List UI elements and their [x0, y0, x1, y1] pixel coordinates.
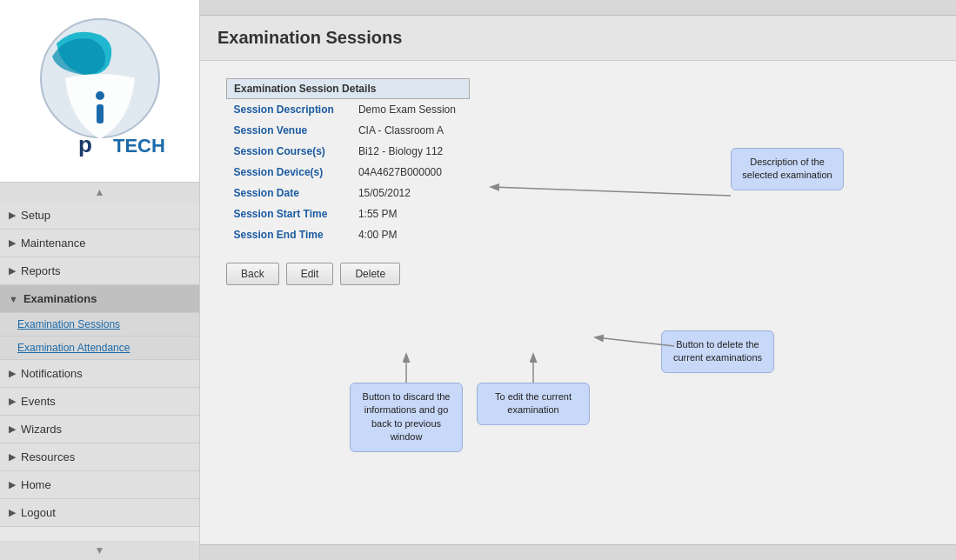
nav-list: ▶ Setup ▶ Maintenance ▶ Reports ▼ Examin… [0, 202, 199, 541]
sidebar-item-reports[interactable]: ▶ Reports [0, 257, 199, 285]
field-value: CIA - Classroom A [351, 120, 470, 141]
sidebar-item-wizards[interactable]: ▶ Wizards [0, 416, 199, 443]
sidebar-item-setup[interactable]: ▶ Setup [0, 202, 199, 230]
sidebar-item-events[interactable]: ▶ Events [0, 388, 199, 416]
table-row: Session Venue CIA - Classroom A [227, 120, 470, 141]
svg-line-5 [491, 187, 731, 196]
page-header: Examination Sessions [200, 16, 956, 61]
arrow-icon: ▶ [9, 479, 16, 490]
field-value: 4:00 PM [351, 224, 470, 245]
scroll-up-arrow[interactable]: ▲ [0, 183, 199, 202]
sidebar-item-maintenance[interactable]: ▶ Maintenance [0, 230, 199, 257]
sidebar-item-home[interactable]: ▶ Home [0, 471, 199, 499]
arrow-icon: ▶ [9, 507, 16, 518]
delete-button[interactable]: Delete [340, 263, 400, 285]
details-table-header: Examination Session Details [227, 79, 470, 99]
description-callout: Description of the selected examination [731, 148, 844, 190]
sidebar-item-resources[interactable]: ▶ Resources [0, 443, 199, 471]
main-content: Examination Sessions Examination Session… [200, 0, 956, 560]
svg-rect-2 [97, 104, 104, 123]
field-value: 1:55 PM [351, 203, 470, 224]
sidebar-item-examination-sessions[interactable]: Examination Sessions [0, 313, 199, 337]
sidebar-item-examinations[interactable]: ▼ Examinations [0, 285, 199, 313]
table-row: Session Description Demo Exam Session [227, 99, 470, 121]
field-value: Bi12 - Biology 112 [351, 141, 470, 162]
table-row: Session Course(s) Bi12 - Biology 112 [227, 141, 470, 162]
scroll-down-arrow[interactable]: ▼ [0, 541, 199, 560]
table-row: Session Date 15/05/2012 [227, 183, 470, 203]
field-value: 04A4627B000000 [351, 162, 470, 183]
table-row: Session Start Time 1:55 PM [227, 203, 470, 224]
sidebar-item-notifications[interactable]: ▶ Notifications [0, 360, 199, 388]
arrow-icon: ▶ [9, 237, 16, 249]
field-label: Session Date [227, 183, 351, 203]
field-value: 15/05/2012 [351, 183, 470, 203]
back-callout: Button to discard the informations and g… [350, 383, 463, 452]
field-value: Demo Exam Session [351, 99, 470, 121]
delete-callout: Button to delete the current examination… [661, 330, 774, 373]
logo-icon: TECH p [30, 17, 170, 165]
sidebar-item-logout[interactable]: ▶ Logout [0, 499, 199, 527]
field-label: Session Description [227, 99, 351, 121]
field-label: Session Start Time [227, 203, 351, 224]
arrow-icon: ▶ [9, 265, 16, 277]
arrow-icon: ▶ [9, 396, 16, 407]
page-title: Examination Sessions [217, 28, 939, 48]
sidebar: TECH p ▲ ▶ Setup ▶ Maintenance ▶ Reports… [0, 0, 200, 560]
button-row: Back Edit Delete [226, 263, 930, 285]
svg-text:TECH: TECH [113, 135, 165, 157]
arrow-icon: ▶ [9, 423, 16, 435]
arrow-icon: ▼ [9, 294, 18, 304]
arrow-icon: ▶ [9, 368, 16, 379]
arrow-icon: ▶ [9, 451, 16, 463]
field-label: Session Device(s) [227, 162, 351, 183]
sidebar-item-examination-attendance[interactable]: Examination Attendance [0, 337, 199, 360]
svg-point-1 [96, 91, 104, 100]
logo-area: TECH p [0, 0, 199, 183]
top-bar [200, 0, 956, 16]
table-row: Session Device(s) 04A4627B000000 [227, 162, 470, 183]
arrow-icon: ▶ [9, 210, 16, 221]
table-row: Session End Time 4:00 PM [227, 224, 470, 245]
svg-text:p: p [78, 131, 92, 157]
bottom-scroll-bar [200, 544, 956, 560]
field-label: Session Course(s) [227, 141, 351, 162]
field-label: Session End Time [227, 224, 351, 245]
edit-callout: To edit the current examination [477, 383, 590, 425]
field-label: Session Venue [227, 120, 351, 141]
back-button[interactable]: Back [226, 263, 279, 285]
details-table: Examination Session Details Session Desc… [226, 78, 470, 245]
edit-button[interactable]: Edit [286, 263, 334, 285]
content-area: Examination Session Details Session Desc… [200, 61, 956, 544]
